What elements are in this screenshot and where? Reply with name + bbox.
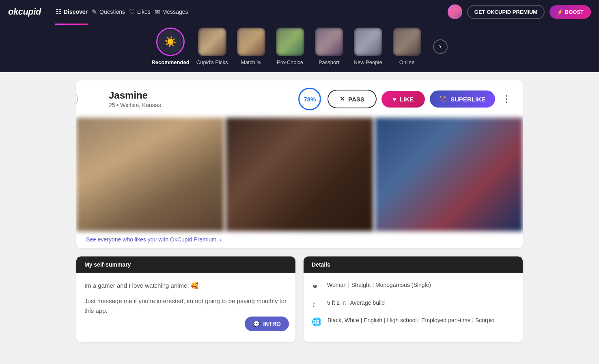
more-options-button[interactable] — [500, 93, 513, 106]
category-thumb-newpeople — [354, 28, 382, 56]
category-label-prochoice: Pro-Choice — [277, 59, 303, 65]
category-label-newpeople: New People — [354, 59, 382, 65]
user-avatar[interactable] — [448, 4, 462, 19]
photo-2[interactable] — [226, 118, 373, 231]
category-label-match: Match % — [241, 59, 261, 65]
nav-likes[interactable]: ♡ Likes — [128, 6, 151, 17]
photo-1[interactable] — [76, 118, 224, 231]
category-label-passport: Passport — [319, 59, 339, 65]
premium-button[interactable]: GET OKCUPID PREMIUM — [467, 5, 545, 19]
self-summary-header: My self-summary — [76, 256, 295, 273]
like-button[interactable]: ♥ LIKE — [381, 91, 425, 108]
category-thumb-match — [237, 28, 265, 56]
height-icon: ↕ — [312, 299, 321, 309]
header-right: GET OKCUPID PREMIUM ⚡ BOOST — [448, 4, 591, 19]
superlike-icon: 🏹 — [440, 95, 447, 103]
main-content: ↺ Jasmine 25 • Wichita, Kansas 78% ✕ PAS… — [68, 80, 531, 342]
globe-icon: 🌐 — [312, 317, 322, 327]
profile-sections: My self-summary Im a gamer and I love wa… — [76, 256, 523, 342]
messages-icon: ✉ — [155, 8, 160, 16]
main-nav: ☷ Discover ✎ Questions ♡ Likes ✉ Message… — [55, 6, 189, 17]
nav-messages[interactable]: ✉ Messages — [154, 6, 189, 17]
category-recommended[interactable]: ☀️ Recommended — [151, 28, 189, 65]
category-thumb-cupids — [198, 28, 226, 56]
details-header: Details — [304, 256, 523, 273]
action-buttons: ✕ PASS ♥ LIKE 🏹 SUPERLIKE — [328, 90, 513, 108]
profile-location: 25 • Wichita, Kansas — [109, 102, 292, 108]
self-summary-body: Im a gamer and I love watching anime. 🥰 … — [76, 273, 295, 338]
category-label-cupids: Cupid's Picks — [196, 59, 228, 65]
self-summary-text: Im a gamer and I love watching anime. 🥰 … — [84, 281, 287, 316]
self-summary-card: My self-summary Im a gamer and I love wa… — [76, 256, 295, 342]
main-header: okcupid ☷ Discover ✎ Questions ♡ Likes ✉… — [0, 0, 599, 24]
profile-name: Jasmine — [109, 90, 292, 101]
questions-icon: ✎ — [92, 8, 97, 16]
photo-3[interactable] — [375, 118, 523, 231]
category-match[interactable]: Match % — [235, 28, 267, 65]
category-next-button[interactable]: › — [433, 39, 448, 54]
category-thumb-passport — [315, 28, 343, 56]
more-dot-1 — [506, 95, 507, 97]
details-card: Details ⚭ Woman | Straight | Monogamous … — [304, 256, 523, 342]
pass-x-icon: ✕ — [340, 95, 345, 103]
category-new-people[interactable]: New People — [352, 28, 384, 65]
orientation-icon: ⚭ — [312, 282, 321, 291]
profile-header: ↺ Jasmine 25 • Wichita, Kansas 78% ✕ PAS… — [76, 80, 523, 118]
category-bar: ☀️ Recommended Cupid's Picks Match % Pro… — [0, 24, 599, 72]
category-thumb-online — [393, 28, 421, 56]
detail-height: ↕ 5 ft 2 in | Average build — [312, 299, 515, 309]
category-thumb-prochoice — [276, 28, 304, 56]
category-label-recommended: Recommended — [151, 59, 189, 65]
category-online[interactable]: Online — [391, 28, 423, 65]
match-percent-circle: 78% — [298, 88, 321, 110]
background-text: Black, White | English | High school | E… — [328, 316, 494, 325]
superlike-button[interactable]: 🏹 SUPERLIKE — [430, 90, 495, 108]
photo-grid — [76, 118, 523, 231]
like-heart-icon: ♥ — [393, 96, 396, 103]
intro-message-icon: 💬 — [253, 321, 260, 327]
detail-background: 🌐 Black, White | English | High school |… — [312, 316, 515, 327]
orientation-text: Woman | Straight | Monogamous (Single) — [327, 281, 431, 289]
category-pro-choice[interactable]: Pro-Choice — [274, 28, 306, 65]
more-dot-2 — [506, 98, 507, 100]
height-text: 5 ft 2 in | Average build — [327, 299, 385, 307]
profile-name-section: Jasmine 25 • Wichita, Kansas — [109, 90, 292, 108]
profile-card: ↺ Jasmine 25 • Wichita, Kansas 78% ✕ PAS… — [76, 80, 523, 248]
more-dot-3 — [506, 101, 507, 103]
intro-button[interactable]: 💬 INTRO — [245, 317, 289, 331]
undo-button[interactable]: ↺ — [76, 91, 78, 107]
category-passport[interactable]: Passport — [313, 28, 345, 65]
detail-orientation: ⚭ Woman | Straight | Monogamous (Single) — [312, 281, 515, 291]
nav-questions[interactable]: ✎ Questions — [91, 6, 126, 17]
category-cupids-picks[interactable]: Cupid's Picks — [196, 28, 228, 65]
category-thumb-recommended: ☀️ — [156, 28, 185, 56]
recommended-icon: ☀️ — [158, 30, 183, 54]
details-body: ⚭ Woman | Straight | Monogamous (Single)… — [304, 273, 523, 342]
premium-prompt[interactable]: See everyone who likes you with OkCupid … — [76, 231, 523, 248]
category-label-online: Online — [399, 59, 415, 65]
discover-icon: ☷ — [56, 8, 61, 16]
app-logo: okcupid — [8, 6, 41, 17]
pass-button[interactable]: ✕ PASS — [328, 90, 377, 108]
boost-button[interactable]: ⚡ BOOST — [549, 5, 591, 19]
likes-icon: ♡ — [129, 8, 135, 16]
nav-discover[interactable]: ☷ Discover — [55, 6, 88, 17]
